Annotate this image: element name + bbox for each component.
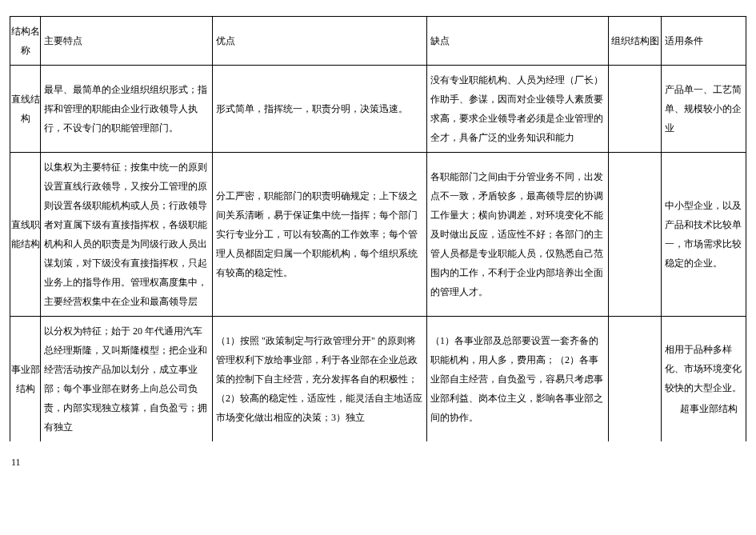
table-row: 直线职能结构 以集权为主要特征；按集中统一的原则设置直线行政领导，又按分工管理的…	[10, 153, 746, 317]
row2-advantages: 分工严密，职能部门的职责明确规定；上下级之间关系清晰，易于保证集中统一指挥；每个…	[213, 153, 427, 317]
row3-advantages: （1）按照 "政策制定与行政管理分开" 的原则将管理权利下放给事业部，利于各业部…	[213, 317, 427, 442]
col-header-name: 结构名称	[10, 17, 41, 66]
row2-conditions: 中小型企业，以及产品和技术比较单一，市场需求比较稳定的企业。	[662, 153, 746, 317]
col-header-conditions: 适用条件	[662, 17, 746, 66]
row3-conditions-note: 超事业部结构	[665, 397, 742, 418]
row2-disadvantages: 各职能部门之间由于分管业务不同，出发点不一致，矛盾较多，最高领导层的协调工作量大…	[427, 153, 609, 317]
row1-features: 最早、最简单的企业组织组织形式；指挥和管理的职能由企业行政领导人执行，不设专门的…	[41, 66, 213, 153]
row1-disadvantages: 没有专业职能机构、人员为经理（厂长）作助手、参谋，因而对企业领导人素质要求高，要…	[427, 66, 609, 153]
row1-advantages: 形式简单，指挥统一，职责分明，决策迅速。	[213, 66, 427, 153]
org-structure-table: 结构名称 主要特点 优点 缺点 组织结构图 适用条件 直线结构 最早、最简单的企…	[10, 16, 746, 441]
col-header-diagram: 组织结构图	[609, 17, 662, 66]
row3-features: 以分权为特征；始于 20 年代通用汽车总经理斯隆，又叫斯隆模型；把企业和经营活动…	[41, 317, 213, 442]
page-number: 11	[10, 453, 748, 472]
col-header-disadvantages: 缺点	[427, 17, 609, 66]
row3-conditions: 相用于品种多样化、市场环境变化较快的大型企业。 超事业部结构	[662, 317, 746, 442]
row3-name: 事业部结构	[10, 317, 41, 442]
row1-conditions: 产品单一、工艺简单、规模较小的企业	[662, 66, 746, 153]
table-header-row: 结构名称 主要特点 优点 缺点 组织结构图 适用条件	[10, 17, 746, 66]
row2-diagram	[609, 153, 662, 317]
table-row: 直线结构 最早、最简单的企业组织组织形式；指挥和管理的职能由企业行政领导人执行，…	[10, 66, 746, 153]
col-header-features: 主要特点	[41, 17, 213, 66]
row3-conditions-text: 相用于品种多样化、市场环境变化较快的大型企业。	[665, 344, 742, 393]
col-header-advantages: 优点	[213, 17, 427, 66]
row1-diagram	[609, 66, 662, 153]
table-row: 事业部结构 以分权为特征；始于 20 年代通用汽车总经理斯隆，又叫斯隆模型；把企…	[10, 317, 746, 442]
row3-diagram	[609, 317, 662, 442]
row3-disadvantages: （1）各事业部及总部要设置一套齐备的职能机构，用人多，费用高；（2）各事业部自主…	[427, 317, 609, 442]
row1-name: 直线结构	[10, 66, 41, 153]
row2-features: 以集权为主要特征；按集中统一的原则设置直线行政领导，又按分工管理的原则设置各级职…	[41, 153, 213, 317]
row2-name: 直线职能结构	[10, 153, 41, 317]
